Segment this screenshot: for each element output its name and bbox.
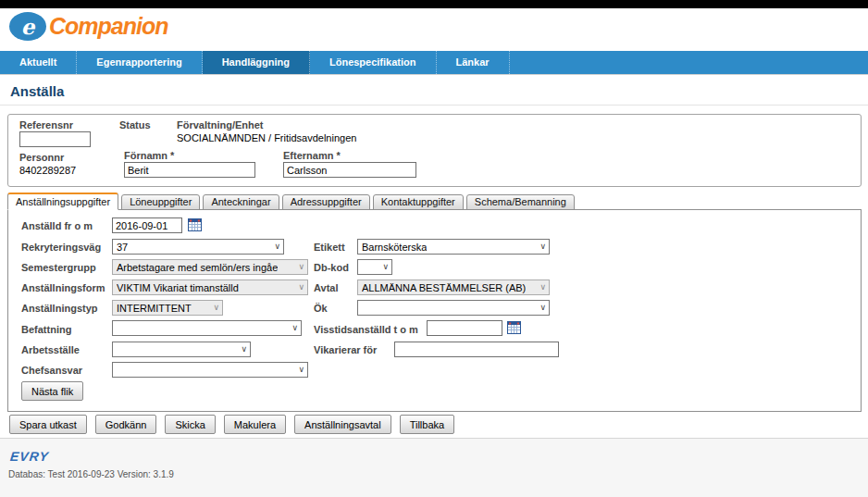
app-logo: e Companion	[9, 12, 168, 41]
tab-adressuppgifter[interactable]: Adressuppgifter	[282, 194, 370, 210]
ok-select[interactable]: ∨	[357, 300, 550, 316]
calendar-icon[interactable]	[188, 218, 202, 231]
skicka-button[interactable]: Skicka	[165, 415, 215, 434]
chevron-down-icon: ∨	[537, 242, 546, 251]
fornamn-label: Förnamn *	[124, 150, 174, 161]
nav-item-lankar[interactable]: Länkar	[437, 51, 510, 74]
chevron-down-icon: ∨	[295, 366, 304, 374]
db-kod-label: Db-kod	[314, 262, 349, 273]
arbetsstalle-select[interactable]: ∨	[112, 342, 251, 357]
vikarierar-for-label: Vikarierar för	[314, 344, 377, 355]
befattning-label: Befattning	[21, 324, 71, 335]
arbetsstalle-label: Arbetsställe	[21, 344, 80, 355]
calendar-icon[interactable]	[507, 321, 521, 334]
efternamn-label: Efternamn *	[283, 150, 341, 161]
ok-label: Ök	[314, 303, 328, 314]
nav-item-aktuellt[interactable]: Aktuellt	[0, 51, 77, 74]
chevron-down-icon: ∨	[238, 345, 247, 354]
anstallningstyp-label: Anställningstyp	[21, 303, 98, 314]
tab-schema-bemanning[interactable]: Schema/Bemanning	[466, 194, 575, 210]
employment-form-panel: Anställd fr o m Rekryteringsväg 37 ∨ Sem…	[7, 209, 862, 412]
action-button-row: Spara utkast Godkänn Skicka Makulera Ans…	[9, 415, 454, 434]
title-divider	[0, 105, 868, 106]
anstallningsform-label: Anställningsform	[21, 282, 105, 293]
forvaltning-enhet-value: SOCIALNÄMNDEN / Fritidsavdelningen	[177, 132, 356, 143]
spara-utkast-button[interactable]: Spara utkast	[9, 415, 87, 434]
logo-wordmark: Companion	[49, 12, 168, 40]
referensnr-input[interactable]	[19, 131, 91, 147]
anstallningsavtal-button[interactable]: Anställningsavtal	[294, 415, 391, 434]
personnr-label: Personnr	[19, 152, 64, 163]
employee-header-panel: Referensnr Status Förvaltning/Enhet SOCI…	[7, 114, 862, 187]
anstalld-from-label: Anställd fr o m	[21, 220, 93, 231]
page-title: Anställa	[10, 83, 64, 99]
detail-tabstrip: Anställningsuppgifter Löneuppgifter Ante…	[7, 193, 577, 210]
anstalld-from-input[interactable]	[112, 217, 182, 233]
database-version-info: Databas: Test 2016-09-23 Version: 3.1.9	[8, 469, 174, 479]
rekryteringsvag-label: Rekryteringsväg	[21, 242, 101, 253]
footer: EVRY Databas: Test 2016-09-23 Version: 3…	[0, 438, 868, 497]
chefsansvar-label: Chefsansvar	[21, 365, 82, 376]
visstidsanstalld-tom-input[interactable]	[427, 320, 502, 336]
vikarierar-for-input[interactable]	[394, 342, 559, 357]
fornamn-input[interactable]	[124, 162, 255, 178]
app-window: e Companion Aktuellt Egenrapportering Ha…	[0, 0, 868, 497]
nav-item-handlaggning[interactable]: Handläggning	[203, 51, 310, 74]
logo-e-icon: e	[9, 12, 46, 41]
semestergrupp-label: Semestergrupp	[21, 262, 96, 273]
tab-kontaktuppgifter[interactable]: Kontaktuppgifter	[373, 194, 464, 210]
chevron-down-icon: ∨	[379, 263, 389, 271]
chevron-down-icon: ∨	[295, 263, 304, 271]
window-top-strip	[0, 0, 868, 8]
efternamn-input[interactable]	[283, 162, 416, 178]
semestergrupp-select: Arbetstagare med semlön/ers ingåe ∨	[112, 259, 308, 275]
anstallningsform-select: VIKTIM Vikariat timanställd ∨	[112, 280, 308, 295]
nasta-flik-button[interactable]: Nästa flik	[21, 381, 83, 401]
tab-anstallningsuppgifter[interactable]: Anställningsuppgifter	[7, 193, 118, 210]
tab-loneuppgifter[interactable]: Löneuppgifter	[121, 194, 200, 210]
chevron-down-icon: ∨	[537, 283, 546, 292]
db-kod-select[interactable]: ∨	[357, 259, 392, 275]
header-bar: e Companion	[0, 8, 868, 51]
chevron-down-icon: ∨	[537, 304, 546, 312]
status-label: Status	[119, 119, 151, 130]
makulera-button[interactable]: Makulera	[224, 415, 286, 434]
chevron-down-icon: ∨	[271, 242, 280, 251]
chevron-down-icon: ∨	[295, 283, 304, 292]
visstidsanstalld-tom-label: Visstidsanställd t o m	[314, 324, 418, 335]
avtal-label: Avtal	[314, 282, 339, 293]
godkann-button[interactable]: Godkänn	[95, 415, 157, 434]
nav-item-lonespecifikation[interactable]: Lönespecifikation	[310, 51, 437, 74]
forvaltning-enhet-label: Förvaltning/Enhet	[177, 119, 264, 130]
chefsansvar-select[interactable]: ∨	[112, 362, 308, 378]
chevron-down-icon: ∨	[289, 324, 298, 332]
referensnr-label: Referensnr	[19, 119, 73, 130]
nav-item-egenrapportering[interactable]: Egenrapportering	[77, 51, 202, 74]
anstallningstyp-select: INTERMITTENT ∨	[112, 300, 223, 316]
main-nav: Aktuellt Egenrapportering Handläggning L…	[0, 51, 868, 74]
tillbaka-button[interactable]: Tillbaka	[400, 415, 455, 434]
avtal-select: ALLMÄNNA BESTÄMMELSER (AB) ∨	[357, 280, 550, 295]
chevron-down-icon: ∨	[210, 304, 219, 312]
rekryteringsvag-select[interactable]: 37 ∨	[112, 239, 284, 255]
befattning-select[interactable]: ∨	[112, 320, 302, 336]
evry-logo: EVRY	[9, 449, 50, 464]
etikett-select[interactable]: Barnsköterska ∨	[357, 239, 550, 255]
tab-anteckningar[interactable]: Anteckningar	[203, 194, 279, 210]
etikett-label: Etikett	[314, 242, 345, 253]
personnr-value: 8402289287	[19, 165, 76, 176]
